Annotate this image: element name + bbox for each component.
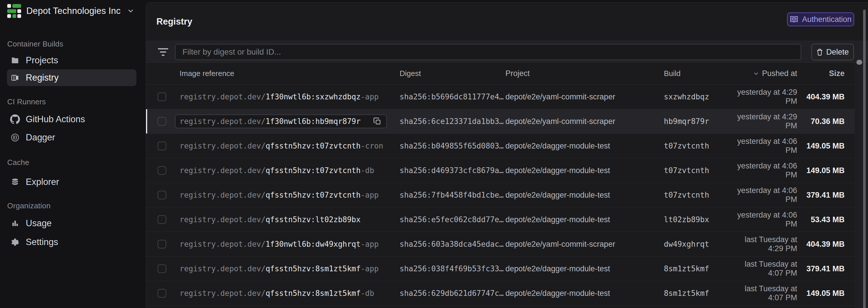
filter-icon[interactable] [157,46,169,58]
build-cell: lt02zb89bx [664,215,727,224]
pushed-at-cell: last Tuesday at 4:07 PM [727,284,797,302]
row-checkbox[interactable] [158,289,166,298]
table-row[interactable]: registry.depot.dev/qfsstn5hzv:lt02zb89bx… [146,207,855,232]
build-cell: 8sm1zt5kmf [664,264,727,273]
row-checkbox[interactable] [158,240,166,248]
authentication-button[interactable]: Authentication [787,12,854,26]
sidebar-item-label: GitHub Actions [26,114,85,125]
sidebar-item-explorer[interactable]: Explorer [7,174,136,191]
table-row[interactable]: registry.depot.dev/1f30nwtl6b:dw49xghrqt… [146,232,855,256]
page-title: Registry [156,16,192,27]
digest-cell: sha256:d469373cfc8679a… [400,166,505,175]
pushed-at-cell: last Tuesday at 4:29 PM [727,235,797,253]
row-checkbox[interactable] [158,191,166,199]
image-reference: registry.depot.dev/qfsstn5hzv:t07zvtcnth… [180,166,374,175]
org-name: Depot Technologies Inc [26,6,121,16]
sidebar-item-label: Registry [26,72,59,83]
digest-cell: sha256:6ce123371da1bb3… [400,117,505,126]
row-checkbox[interactable] [158,166,166,175]
image-reference: registry.depot.dev/qfsstn5hzv:t07zvtcnth… [180,191,379,199]
github-icon [10,114,20,124]
project-cell: depot/e2e/yaml-commit-scraper [505,117,664,126]
page-header: Registry Authentication [146,3,868,41]
sidebar-item-label: Explorer [26,177,59,187]
table-row[interactable]: registry.depot.dev/qfsstn5hzv:8sm1zt5kmf… [146,281,855,306]
table-row[interactable]: registry.depot.dev/qfsstn5hzv:t07zvtcnth… [146,134,855,158]
row-checkbox[interactable] [158,215,166,224]
sidebar-item-registry[interactable]: Registry [7,69,136,86]
image-reference: registry.depot.dev/qfsstn5hzv:lt02zb89bx [180,215,361,224]
column-size[interactable]: Size [797,69,844,78]
row-checkbox[interactable] [158,117,166,126]
sidebar-item-label: Usage [26,218,52,229]
sidebar-item-label: Projects [26,55,58,66]
table-row[interactable]: registry.depot.dev/1f30nwtl6b:hb9mqr879r… [146,109,855,134]
column-build[interactable]: Build [664,69,727,78]
project-cell: depot/e2e/dagger-module-test [505,264,664,273]
row-checkbox[interactable] [158,93,166,101]
table-row-partial[interactable] [146,306,855,308]
authentication-button-label: Authentication [802,15,851,24]
delete-button-label: Delete [826,48,849,57]
image-reference: registry.depot.dev/1f30nwtl6b:hb9mqr879r [175,114,387,128]
depot-logo-icon [7,4,21,18]
image-reference: registry.depot.dev/1f30nwtl6b:dw49xghrqt… [180,240,379,248]
copy-icon[interactable] [373,117,382,126]
org-switcher[interactable]: Depot Technologies Inc [7,4,134,18]
image-reference: registry.depot.dev/qfsstn5hzv:t07zvtcnth… [180,142,383,150]
size-cell: 379.41 MB [797,191,844,200]
size-cell: 379.41 MB [797,264,844,273]
column-digest[interactable]: Digest [400,69,505,78]
filter-input[interactable] [175,44,801,60]
filter-toolbar: Delete [146,41,868,63]
pushed-at-cell: yesterday at 4:06 PM [727,162,797,179]
gear-icon [10,237,20,247]
pushed-at-cell: yesterday at 4:06 PM [727,186,797,204]
image-reference: registry.depot.dev/1f30nwtl6b:sxzwhzdbqz… [180,93,379,101]
table-row[interactable]: registry.depot.dev/qfsstn5hzv:t07zvtcnth… [146,183,855,207]
sidebar-item-github-actions[interactable]: GitHub Actions [7,111,136,128]
size-cell: 70.36 MB [797,117,844,126]
size-cell: 53.43 MB [797,215,844,224]
delete-button[interactable]: Delete [811,44,854,60]
digest-cell: sha256:b049855f65d0803… [400,142,505,150]
digest-cell: sha256:038f4f69b53fc33… [400,264,505,273]
table-scrollbar-thumb[interactable] [857,60,862,65]
column-pushed-at[interactable]: Pushed at [727,69,797,78]
sidebar-item-usage[interactable]: Usage [7,215,136,232]
table-row[interactable]: registry.depot.dev/1f30nwtl6b:sxzwhzdbqz… [146,84,855,109]
section-label-container-builds: Container Builds [7,40,63,48]
table-body: registry.depot.dev/1f30nwtl6b:sxzwhzdbqz… [146,84,855,308]
row-checkbox[interactable] [158,264,166,273]
dagger-icon [10,133,20,142]
pushed-at-cell: yesterday at 4:29 PM [727,112,797,130]
build-cell: t07zvtcnth [664,191,727,199]
pushed-at-cell: last Tuesday at 4:07 PM [727,260,797,278]
column-image-reference[interactable]: Image reference [180,69,400,78]
build-cell: sxzwhzdbqz [664,93,727,101]
table-row[interactable]: registry.depot.dev/qfsstn5hzv:t07zvtcnth… [146,158,855,183]
sidebar-item-projects[interactable]: Projects [7,52,136,69]
sidebar-item-settings[interactable]: Settings [7,234,136,250]
chevron-down-icon [127,7,134,15]
pushed-at-cell: yesterday at 4:06 PM [727,211,797,229]
image-reference: registry.depot.dev/qfsstn5hzv:8sm1zt5kmf… [180,289,374,298]
build-cell: hb9mqr879r [664,117,727,126]
page-scrollbar-thumb[interactable] [863,9,866,308]
size-cell: 149.05 MB [797,142,844,150]
sidebar: Depot Technologies Inc Container Builds … [0,0,146,308]
sidebar-item-dagger[interactable]: Dagger [7,129,136,146]
project-cell: depot/e2e/dagger-module-test [505,166,664,175]
project-cell: depot/e2e/dagger-module-test [505,191,664,200]
column-project[interactable]: Project [505,69,664,78]
pushed-at-cell: yesterday at 4:06 PM [727,137,797,155]
section-label-organization: Organization [7,201,51,210]
book-icon [789,15,798,23]
table-row[interactable]: registry.depot.dev/qfsstn5hzv:8sm1zt5kmf… [146,256,855,281]
main-panel: Registry Authentication Delete [146,2,868,308]
digest-cell: sha256:b5696dc811777e4… [400,93,505,101]
row-checkbox[interactable] [158,142,166,150]
project-cell: depot/e2e/yaml-commit-scraper [505,240,664,249]
digest-cell: sha256:603a38dca45edac… [400,240,505,248]
build-cell: t07zvtcnth [664,142,727,150]
